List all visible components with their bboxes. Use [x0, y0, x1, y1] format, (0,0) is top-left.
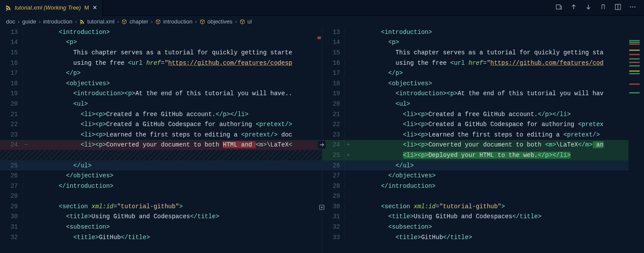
code-line[interactable]: 25 </ul>: [0, 160, 322, 171]
code-line[interactable]: 29: [322, 191, 644, 202]
code-line[interactable]: 19 <introduction><p>At the end of this t…: [0, 89, 322, 99]
line-number: 18: [0, 80, 23, 87]
diff-marker: +: [345, 152, 352, 159]
code-line[interactable]: 32 <subsection>: [322, 222, 644, 232]
code-line[interactable]: [0, 150, 322, 160]
more-icon[interactable]: [629, 3, 636, 12]
breadcrumb: doc › guide › introduction › tutorial.xm…: [0, 16, 644, 27]
code-line[interactable]: 13 <introduction>: [322, 27, 644, 37]
line-number: 22: [0, 121, 23, 128]
code-content: [352, 193, 644, 200]
minimap[interactable]: [628, 27, 644, 253]
line-number: 24: [0, 141, 23, 148]
code-line[interactable]: 26 </objectives>: [0, 170, 322, 181]
breadcrumb-item[interactable]: doc: [6, 18, 15, 25]
tab-bar: tutorial.xml (Working Tree) M ✕: [0, 0, 644, 16]
code-line[interactable]: 27 </objectives>: [322, 170, 644, 181]
code-content: <introduction>: [352, 29, 644, 36]
open-file-icon[interactable]: [555, 3, 562, 12]
code-content: This chapter serves as a tutorial for qu…: [352, 49, 644, 56]
code-line[interactable]: 24+ <li><p>Converted your document to bo…: [322, 140, 644, 150]
code-line[interactable]: 23 <li><p>Learned the first steps to edi…: [0, 130, 322, 140]
code-content: <li><p>Learned the first steps to editin…: [30, 131, 322, 138]
svg-rect-0: [556, 5, 560, 9]
code-line[interactable]: 33 <title>GitHub</title>: [322, 232, 644, 243]
diff-pane-modified[interactable]: 13 <introduction>14 <p>15 This chapter s…: [322, 27, 644, 253]
code-line[interactable]: 21 <li><p>Created a free GitHub account.…: [0, 109, 322, 120]
revert-arrow-icon[interactable]: [318, 141, 326, 149]
diff-pane-original[interactable]: 13 <introduction>14 <p>15 This chapter s…: [0, 27, 322, 253]
code-content: <title>Using GitHub and Codespaces</titl…: [30, 213, 322, 220]
code-line[interactable]: 31 <title>Using GitHub and Codespaces</t…: [322, 212, 644, 222]
code-line[interactable]: 23 <li><p>Learned the first steps to edi…: [322, 130, 644, 140]
code-line[interactable]: 31 <subsection>: [0, 222, 322, 232]
line-number: 24: [322, 141, 345, 148]
code-line[interactable]: 22 <li><p>Created a GitHub Codespace for…: [322, 119, 644, 130]
line-number: 17: [0, 70, 23, 77]
code-line[interactable]: 20 <ul>: [322, 99, 644, 109]
line-number: 22: [322, 121, 345, 128]
line-number: 14: [0, 39, 23, 46]
arrow-down-icon[interactable]: [585, 3, 592, 12]
code-line[interactable]: 18 <objectives>: [322, 78, 644, 89]
line-number: 27: [322, 172, 345, 179]
code-line[interactable]: 26 </ul>: [322, 160, 644, 171]
code-line[interactable]: 15 This chapter serves as a tutorial for…: [322, 47, 644, 58]
code-line[interactable]: 16 using the free <url href="https://git…: [322, 58, 644, 68]
chevron-right-icon: ›: [39, 18, 40, 25]
line-number: 32: [0, 234, 23, 241]
code-line[interactable]: 20 <ul>: [0, 99, 322, 109]
code-content: <introduction><p>At the end of this tuto…: [352, 90, 644, 97]
breadcrumb-item[interactable]: introduction: [163, 18, 192, 25]
line-number: 29: [0, 203, 23, 210]
code-line[interactable]: 14 <p>: [322, 37, 644, 48]
code-content: </introduction>: [352, 183, 644, 190]
code-line[interactable]: 24− <li><p>Converted your document to bo…: [0, 140, 322, 150]
code-line[interactable]: 27 </introduction>: [0, 181, 322, 191]
diff-marker: −: [23, 141, 30, 148]
whitespace-icon[interactable]: [600, 3, 607, 12]
breadcrumb-item[interactable]: ul: [248, 18, 252, 25]
code-content: This chapter serves as a tutorial for qu…: [30, 49, 322, 56]
code-content: [30, 193, 322, 200]
line-number: 26: [0, 172, 23, 179]
code-line[interactable]: 21 <li><p>Created a free GitHub account.…: [322, 109, 644, 120]
code-line[interactable]: 14 <p>: [0, 37, 322, 48]
code-line[interactable]: 16 using the free <url href="https://git…: [0, 58, 322, 68]
code-line[interactable]: 32 <title>GitHub</title>: [0, 232, 322, 243]
code-content: <title>GitHub</title>: [352, 234, 644, 241]
line-number: 32: [322, 223, 345, 230]
symbol-icon: [240, 18, 245, 25]
split-editor-icon[interactable]: [614, 3, 621, 12]
code-content: <li><p>Converted your document to both <…: [352, 141, 644, 148]
breadcrumb-item[interactable]: objectives: [208, 18, 233, 25]
code-content: <li><p>Learned the first steps to editin…: [352, 131, 644, 138]
code-line[interactable]: 25+ <li><p>Deployed your HTML to the web…: [322, 150, 644, 160]
close-icon[interactable]: ✕: [92, 4, 97, 11]
tab-active[interactable]: tutorial.xml (Working Tree) M ✕: [0, 0, 103, 16]
code-line[interactable]: 17 </p>: [0, 68, 322, 78]
code-line[interactable]: 13 <introduction>: [0, 27, 322, 37]
code-line[interactable]: 19 <introduction><p>At the end of this t…: [322, 89, 644, 99]
breadcrumb-item[interactable]: guide: [22, 18, 36, 25]
code-line[interactable]: 15 This chapter serves as a tutorial for…: [0, 47, 322, 58]
code-line[interactable]: 28: [0, 191, 322, 202]
breadcrumb-item[interactable]: chapter: [129, 18, 148, 25]
code-line[interactable]: 22 <li><p>Created a GitHub Codespace for…: [0, 119, 322, 130]
code-content: </p>: [30, 70, 322, 77]
code-line[interactable]: 30 <title>Using GitHub and Codespaces</t…: [0, 212, 322, 222]
arrow-up-icon[interactable]: [570, 3, 577, 12]
code-content: <li><p>Created a GitHub Codespace for au…: [30, 121, 322, 128]
breadcrumb-item[interactable]: tutorial.xml: [87, 18, 115, 25]
code-content: <objectives>: [30, 80, 322, 87]
breadcrumb-item[interactable]: introduction: [43, 18, 72, 25]
line-number: 14: [322, 39, 345, 46]
code-line[interactable]: 17 </p>: [322, 68, 644, 78]
line-number: 15: [0, 49, 23, 56]
code-line[interactable]: 18 <objectives>: [0, 78, 322, 89]
code-line[interactable]: 28 </introduction>: [322, 181, 644, 191]
collapse-plus-icon[interactable]: [318, 203, 326, 211]
code-line[interactable]: 30 <section xml:id="tutorial-github">: [322, 201, 644, 212]
code-content: using the free <url href="https://github…: [352, 60, 644, 67]
code-line[interactable]: 29 <section xml:id="tutorial-github">: [0, 201, 322, 212]
